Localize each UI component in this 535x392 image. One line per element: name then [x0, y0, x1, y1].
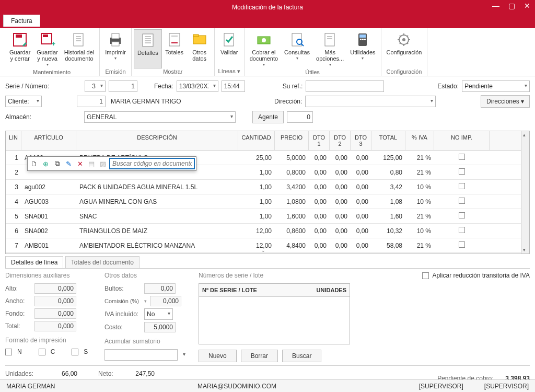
ribbon-imprimir[interactable]: Imprimir▾: [102, 29, 129, 68]
ribbon: Guardary cerrar+Guardary nueva▾Historial…: [0, 28, 535, 76]
fecha-input[interactable]: [177, 80, 218, 92]
maximize-icon[interactable]: ▢: [504, 0, 519, 11]
ribbon-m-s-opciones-[interactable]: Másopciones...▾: [313, 29, 347, 69]
aplicar-iva-checkbox[interactable]: [422, 272, 429, 279]
buscar-button[interactable]: Buscar: [282, 350, 321, 362]
ribbon-configuraci-n[interactable]: Configuración: [383, 29, 425, 68]
table-row[interactable]: 4AGU003AGUA MINERAL CON GAS1,001,08000,0…: [6, 194, 529, 209]
ribbon-guardar-y-cerrar[interactable]: Guardary cerrar: [6, 29, 33, 69]
table-row[interactable]: 3agu002PACK 6 UNIDADES AGUA MINERAL 1.5L…: [6, 180, 529, 194]
fecha-label: Fecha:: [154, 83, 173, 90]
noimp-checkbox[interactable]: [459, 154, 465, 160]
configuraci-n-icon: [396, 31, 412, 48]
svg-rect-35: [364, 39, 366, 40]
col-header[interactable]: DTO 3: [351, 131, 371, 150]
fondo-input[interactable]: [34, 308, 76, 319]
cliente-label-select[interactable]: [5, 96, 42, 107]
direccion-label: Dirección:: [274, 98, 302, 105]
col-header[interactable]: ARTÍCULO: [21, 131, 76, 150]
totales-icon: [166, 31, 183, 48]
s-checkbox[interactable]: [72, 349, 78, 355]
ribbon-consultas[interactable]: Consultas▾: [281, 29, 313, 69]
svg-line-27: [301, 44, 304, 46]
noimp-checkbox[interactable]: [459, 227, 465, 233]
n-checkbox[interactable]: [5, 349, 12, 355]
delete-row-icon[interactable]: ✕: [75, 158, 85, 169]
dim-header: Dimensiones auxiliares: [5, 272, 94, 279]
hora-input[interactable]: [222, 80, 245, 92]
ribbon-utilidades[interactable]: Utilidades▾: [347, 29, 378, 69]
bultos-input[interactable]: [144, 283, 176, 294]
numero-input[interactable]: [109, 80, 137, 92]
ribbon-totales[interactable]: Totales: [162, 29, 187, 68]
comision-input[interactable]: [150, 296, 181, 306]
c-checkbox[interactable]: [39, 349, 45, 355]
subtab-totales[interactable]: Totales del documento: [65, 256, 139, 268]
ribbon-cobrar-el-documento[interactable]: Cobrar eldocumento▾: [247, 29, 281, 69]
col-header[interactable]: DESCRIPCIÓN: [76, 131, 238, 150]
minimize-icon[interactable]: —: [488, 0, 504, 11]
iva-select[interactable]: [144, 308, 173, 320]
estado-select[interactable]: [462, 80, 530, 92]
svg-point-37: [402, 38, 405, 41]
borrar-button[interactable]: Borrar: [241, 350, 278, 362]
edit-row-icon[interactable]: ✎: [63, 158, 74, 169]
svg-rect-11: [112, 42, 119, 46]
noimp-checkbox[interactable]: [459, 212, 465, 218]
alto-input[interactable]: [34, 283, 76, 294]
table-row[interactable]: 5SNA001SNAC1,001,60000,000,000,001,6021 …: [6, 209, 529, 224]
nuevo-button[interactable]: Nuevo: [199, 350, 237, 362]
ribbon-guardar-y-nueva[interactable]: +Guardary nueva▾: [33, 29, 61, 69]
add-row-icon[interactable]: ⊕: [40, 158, 51, 169]
suref-input[interactable]: [306, 80, 384, 92]
col-header[interactable]: DTO 1: [309, 131, 330, 150]
svg-rect-12: [143, 34, 153, 47]
grid-scrollbar[interactable]: [521, 131, 529, 253]
new-row-icon[interactable]: 🗋: [29, 158, 39, 169]
col-header[interactable]: PRECIO: [275, 131, 309, 150]
svg-rect-32: [359, 34, 366, 38]
expand-icon[interactable]: ⌄: [6, 247, 521, 253]
noimp-checkbox[interactable]: [459, 168, 465, 175]
col-header[interactable]: CANTIDAD: [238, 131, 275, 150]
ancho-input[interactable]: [34, 296, 76, 306]
image-icon[interactable]: ▨: [98, 158, 108, 169]
cliente-num-input[interactable]: [77, 96, 106, 107]
copy-row-icon[interactable]: ⧉: [52, 158, 62, 169]
agente-button[interactable]: Agente: [252, 111, 284, 123]
otros-header: Otros datos: [104, 272, 188, 279]
detalles-icon: [139, 32, 156, 49]
serie-input[interactable]: [85, 80, 106, 92]
status-bar: MARIA GERMAN MARIA@SUDOMINIO.COM [SUPERV…: [0, 379, 535, 392]
col-header[interactable]: LIN: [6, 131, 21, 150]
form-icon[interactable]: ▤: [86, 158, 97, 169]
almacen-select[interactable]: [84, 111, 236, 123]
acum-header: Acumular sumatorio: [104, 338, 188, 345]
agente-input[interactable]: [287, 111, 313, 123]
col-header[interactable]: DTO 2: [330, 131, 351, 150]
subtab-detalles[interactable]: Detalles de línea: [5, 256, 63, 268]
col-header[interactable]: TOTAL: [371, 131, 405, 150]
ribbon-historial-del-documento[interactable]: Historial deldocumento: [61, 29, 97, 69]
table-row[interactable]: 6SNA002TRIANGULOS DE MAIZ12,000,86000,00…: [6, 224, 529, 238]
svg-rect-28: [325, 33, 334, 46]
chevron-down-icon: ▾: [263, 62, 265, 67]
close-icon[interactable]: ✕: [519, 0, 535, 11]
direccion-select[interactable]: [305, 96, 436, 107]
ribbon-detalles[interactable]: Detalles: [134, 29, 162, 68]
tab-factura[interactable]: Factura: [3, 15, 40, 27]
ribbon-validar[interactable]: Validar: [217, 29, 242, 68]
ribbon-otros-datos[interactable]: Otrosdatos: [187, 29, 212, 68]
costo-input[interactable]: [144, 322, 176, 332]
col-header[interactable]: NO IMP.: [434, 131, 490, 150]
total-dim-input[interactable]: [34, 321, 76, 331]
direcciones-button[interactable]: Direcciones ▾: [481, 95, 530, 108]
noimp-checkbox[interactable]: [459, 183, 465, 189]
otros-datos-icon: [191, 31, 208, 48]
col-header[interactable]: % IVA: [405, 131, 434, 150]
noimp-checkbox[interactable]: [459, 198, 465, 204]
acum-select[interactable]: [104, 349, 178, 361]
chevron-down-icon: ▾: [362, 56, 364, 61]
chevron-down-icon: ▾: [296, 56, 298, 61]
search-code-input[interactable]: [109, 158, 195, 169]
